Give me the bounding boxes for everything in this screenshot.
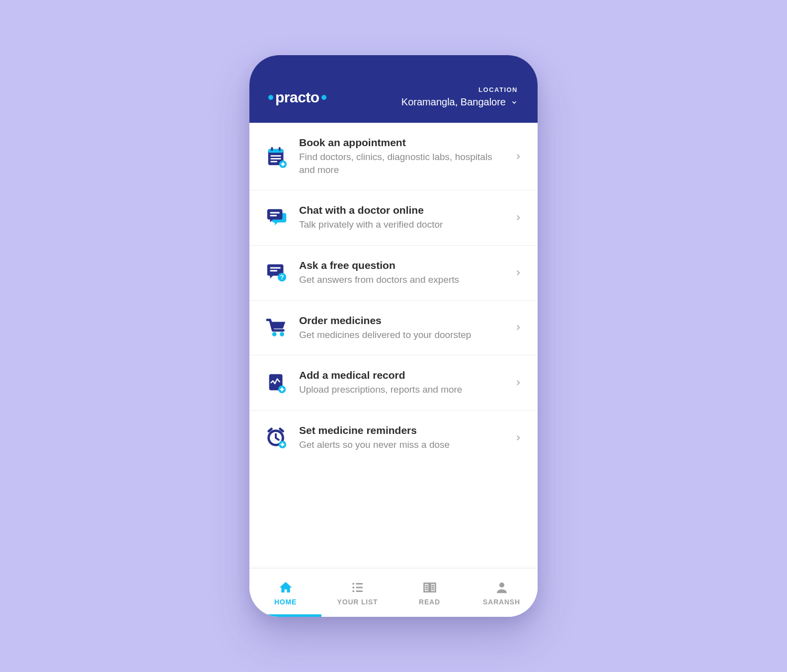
item-title: Set medicine reminders (299, 424, 504, 436)
tab-label: YOUR LIST (337, 598, 378, 606)
tab-home[interactable]: HOME (249, 569, 321, 617)
item-title: Add a medical record (299, 369, 504, 381)
svg-point-30 (352, 590, 354, 592)
chevron-right-icon (514, 433, 523, 442)
action-set-reminders[interactable]: Set medicine reminders Get alerts so you… (249, 411, 538, 465)
tab-label: READ (419, 598, 440, 606)
svg-rect-6 (271, 161, 277, 162)
location-picker[interactable]: LOCATION Koramangla, Bangalore (401, 86, 518, 108)
svg-point-17 (280, 332, 284, 336)
tab-your-list[interactable]: YOUR LIST (321, 569, 394, 617)
app-header: practo LOCATION Koramangla, Bangalore (249, 55, 538, 123)
person-icon (494, 580, 509, 595)
svg-rect-4 (271, 155, 281, 157)
tab-profile[interactable]: SARANSH (466, 569, 538, 617)
item-subtitle: Find doctors, clinics, diagnostic labs, … (299, 151, 504, 176)
svg-rect-21 (280, 389, 284, 390)
item-title: Book an appointment (299, 137, 504, 149)
action-chat-doctor[interactable]: Chat with a doctor online Talk privately… (249, 190, 538, 246)
svg-rect-12 (270, 267, 281, 268)
svg-rect-29 (356, 587, 363, 588)
item-title: Ask a free question (299, 259, 504, 271)
chevron-right-icon (514, 268, 523, 277)
chevron-down-icon (511, 99, 518, 106)
home-actions-list: Book an appointment Find doctors, clinic… (249, 123, 538, 568)
item-subtitle: Talk privately with a verified doctor (299, 218, 504, 231)
svg-point-38 (499, 583, 504, 588)
svg-text:?: ? (280, 274, 284, 281)
chevron-right-icon (514, 378, 523, 387)
record-plus-icon (264, 370, 289, 395)
chevron-right-icon (514, 323, 523, 332)
app-logo: practo (268, 89, 326, 106)
svg-rect-25 (281, 444, 285, 445)
action-ask-question[interactable]: ? Ask a free question Get answers from d… (249, 246, 538, 301)
tab-label: HOME (274, 598, 297, 606)
bottom-tabbar: HOME YOUR LIST READ SARANSH (249, 568, 538, 617)
tab-read[interactable]: READ (394, 569, 466, 617)
svg-rect-11 (270, 215, 277, 216)
chat-icon (264, 205, 289, 230)
item-title: Chat with a doctor online (299, 204, 504, 216)
logo-text: practo (274, 89, 320, 106)
location-label: LOCATION (401, 86, 518, 93)
svg-point-28 (352, 587, 354, 588)
cart-icon (264, 315, 289, 340)
chevron-right-icon (514, 213, 523, 222)
chat-question-icon: ? (264, 260, 289, 285)
item-subtitle: Get alerts so you never miss a dose (299, 438, 504, 451)
item-subtitle: Upload prescriptions, reports and more (299, 383, 504, 396)
item-title: Order medicines (299, 315, 504, 327)
location-value: Koramangla, Bangalore (401, 96, 506, 108)
action-order-medicines[interactable]: Order medicines Get medicines delivered … (249, 301, 538, 356)
svg-rect-5 (271, 158, 281, 160)
chevron-right-icon (514, 152, 523, 161)
item-subtitle: Get answers from doctors and experts (299, 273, 504, 286)
item-subtitle: Get medicines delivered to your doorstep (299, 329, 504, 341)
svg-rect-3 (279, 147, 281, 151)
svg-rect-27 (356, 583, 363, 585)
logo-dot-right (321, 95, 326, 100)
svg-rect-9 (281, 164, 285, 165)
logo-dot-left (268, 95, 273, 100)
svg-rect-1 (268, 149, 284, 153)
svg-point-16 (272, 332, 277, 336)
read-icon (422, 580, 437, 595)
action-book-appointment[interactable]: Book an appointment Find doctors, clinic… (249, 123, 538, 190)
svg-rect-2 (271, 147, 273, 151)
svg-rect-10 (270, 212, 280, 214)
svg-point-26 (352, 583, 354, 585)
calendar-plus-icon (264, 144, 289, 169)
clock-plus-icon (264, 425, 289, 450)
action-add-record[interactable]: Add a medical record Upload prescription… (249, 355, 538, 411)
home-icon (278, 580, 293, 595)
svg-rect-31 (356, 590, 363, 592)
phone-frame: practo LOCATION Koramangla, Bangalore (249, 55, 538, 617)
svg-rect-13 (270, 270, 277, 271)
tab-label: SARANSH (483, 598, 520, 606)
list-icon (350, 580, 365, 595)
